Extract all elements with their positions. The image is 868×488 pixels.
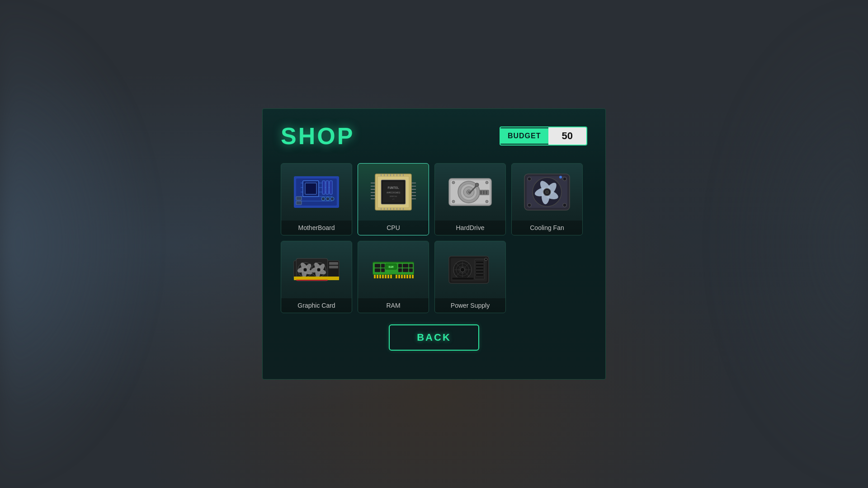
svg-rect-101 (398, 268, 402, 272)
budget-label: BUDGET (500, 128, 548, 144)
svg-rect-8 (305, 183, 316, 194)
bg-blur-left (0, 0, 158, 488)
cpu-label: CPU (358, 221, 429, 235)
shop-header: SHOP BUDGET 50 (281, 122, 587, 150)
svg-rect-86 (294, 277, 339, 280)
motherboard-icon (281, 164, 352, 221)
svg-rect-95 (381, 264, 385, 267)
svg-rect-10 (326, 181, 329, 194)
svg-rect-102 (403, 268, 408, 272)
svg-rect-114 (401, 275, 403, 278)
budget-widget: BUDGET 50 (500, 127, 587, 145)
svg-rect-88 (329, 266, 338, 268)
svg-rect-113 (398, 275, 400, 278)
motherboard-label: MotherBoard (281, 221, 352, 235)
items-row-1: MotherBoard FUNTEL AHM2201WEQ 3M9FF84 v1 (281, 163, 587, 235)
svg-point-62 (452, 181, 455, 184)
svg-point-12 (321, 197, 325, 201)
svg-rect-97 (403, 264, 408, 267)
shop-item-ram[interactable]: RAM (358, 241, 429, 313)
svg-rect-131 (476, 261, 484, 263)
svg-point-129 (460, 267, 465, 272)
items-row-2: Graphic Card RAM (281, 241, 587, 313)
svg-rect-96 (398, 264, 402, 267)
svg-rect-98 (409, 264, 413, 267)
shop-item-cooling-fan[interactable]: Cooling Fan (511, 163, 583, 235)
svg-rect-104 (374, 275, 376, 278)
svg-rect-135 (476, 274, 484, 276)
shop-item-cpu[interactable]: FUNTEL AHM2201WEQ 3M9FF84 v1 (358, 163, 429, 235)
budget-value: 50 (548, 127, 586, 145)
svg-rect-100 (381, 268, 385, 272)
shop-item-power-supply[interactable]: Power Supply (434, 241, 506, 313)
svg-rect-69 (486, 191, 487, 194)
svg-rect-99 (375, 268, 380, 272)
svg-rect-87 (329, 262, 338, 265)
svg-rect-132 (476, 264, 484, 267)
graphic-card-icon (281, 241, 352, 298)
cooling-fan-icon (512, 164, 582, 221)
svg-point-79 (559, 176, 562, 178)
svg-rect-11 (330, 181, 332, 194)
shop-item-graphic-card[interactable]: Graphic Card (281, 241, 352, 313)
back-button[interactable]: BACK (389, 324, 479, 351)
shop-panel: SHOP BUDGET 50 (262, 108, 606, 380)
harddrive-icon (435, 164, 505, 221)
svg-point-78 (563, 203, 566, 207)
svg-point-76 (563, 177, 566, 181)
graphic-card-label: Graphic Card (281, 298, 352, 313)
svg-text:3M9FF84: 3M9FF84 (390, 195, 397, 197)
svg-rect-106 (379, 275, 381, 278)
svg-text:v1: v1 (392, 198, 395, 200)
svg-rect-15 (296, 197, 302, 200)
svg-point-64 (452, 200, 455, 203)
svg-rect-110 (390, 275, 392, 278)
svg-point-77 (528, 203, 531, 207)
svg-point-65 (486, 200, 488, 203)
svg-text:RAM: RAM (389, 265, 394, 268)
svg-rect-117 (409, 275, 411, 278)
svg-rect-107 (382, 275, 384, 278)
svg-point-61 (475, 183, 479, 187)
cpu-icon: FUNTEL AHM2201WEQ 3M9FF84 v1 (358, 164, 429, 221)
svg-point-75 (528, 177, 531, 181)
svg-rect-105 (377, 275, 378, 278)
power-supply-icon (435, 241, 505, 298)
svg-rect-9 (322, 181, 325, 194)
svg-point-74 (545, 190, 549, 194)
svg-point-85 (317, 268, 321, 272)
svg-rect-119 (392, 274, 396, 279)
svg-rect-103 (409, 268, 413, 272)
shop-title: SHOP (281, 122, 354, 150)
power-supply-label: Power Supply (435, 298, 505, 313)
svg-text:AHM2201WEQ: AHM2201WEQ (387, 191, 400, 194)
shop-item-motherboard[interactable]: MotherBoard (281, 163, 352, 235)
svg-rect-68 (483, 191, 485, 194)
svg-rect-67 (480, 191, 482, 194)
svg-text:FUNTEL: FUNTEL (387, 186, 399, 190)
shop-item-harddrive[interactable]: HardDrive (434, 163, 506, 235)
svg-rect-16 (296, 201, 302, 205)
ram-label: RAM (358, 298, 429, 313)
svg-point-14 (330, 197, 334, 201)
svg-rect-134 (476, 271, 484, 273)
harddrive-label: HardDrive (435, 221, 505, 235)
svg-rect-133 (476, 267, 484, 270)
svg-point-63 (486, 181, 488, 184)
svg-rect-136 (452, 277, 474, 280)
svg-rect-89 (296, 280, 328, 281)
svg-rect-94 (375, 264, 380, 267)
cooling-fan-label: Cooling Fan (512, 221, 582, 235)
svg-rect-118 (412, 275, 414, 278)
bg-blur-right (710, 0, 868, 488)
svg-point-137 (485, 258, 487, 261)
ram-icon: RAM (358, 241, 429, 298)
svg-rect-108 (385, 275, 387, 278)
svg-rect-115 (404, 275, 406, 278)
svg-rect-109 (387, 275, 389, 278)
svg-rect-112 (396, 275, 397, 278)
svg-point-13 (326, 197, 330, 201)
svg-point-83 (303, 268, 307, 272)
svg-rect-116 (406, 275, 408, 278)
